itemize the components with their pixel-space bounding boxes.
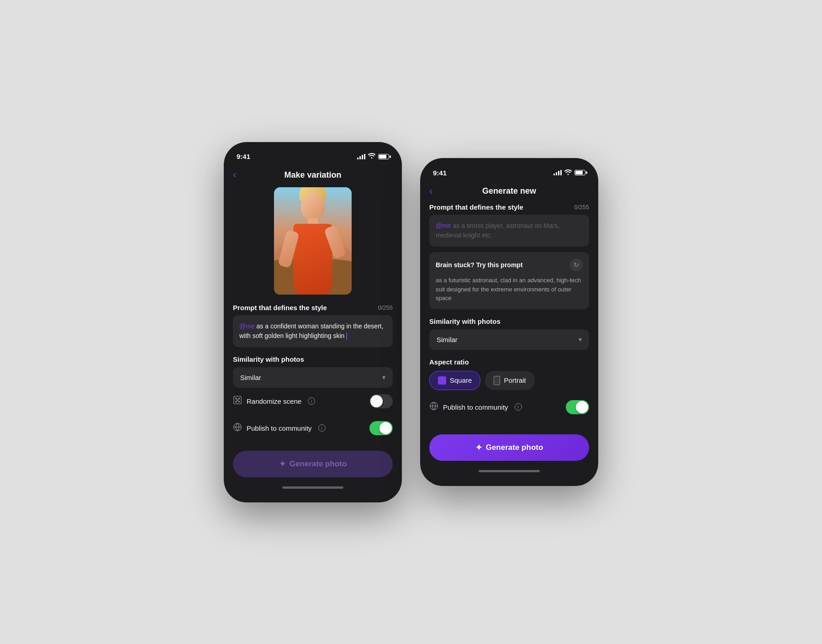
generate-label-1: Generate photo [290, 459, 347, 469]
portrait-icon [494, 376, 500, 385]
similarity-value-2: Similar [437, 336, 458, 343]
status-bar-2: 9:41 [420, 158, 598, 181]
generate-button-1[interactable]: ✦ Generate photo [233, 451, 393, 477]
cursor-1 [346, 333, 347, 340]
status-time-1: 9:41 [237, 153, 250, 160]
generate-label-2: Generate photo [486, 443, 543, 452]
status-bar-1: 9:41 [224, 142, 402, 165]
svg-point-1 [235, 398, 237, 399]
home-indicator-2 [479, 470, 540, 472]
aspect-ratio-section: Aspect ratio Square Portrait [429, 358, 589, 390]
char-count-2: 0/255 [574, 204, 589, 211]
publish-toggle-2[interactable] [566, 400, 589, 414]
wand-icon-1: ✦ [279, 459, 286, 469]
back-button-1[interactable]: ‹ [233, 169, 236, 181]
nav-bar-1: ‹ Make variation [233, 165, 393, 187]
aspect-portrait-button[interactable]: Portrait [485, 371, 534, 390]
phone-2-content: ‹ Generate new Prompt that defines the s… [420, 181, 598, 461]
signal-icon-1 [357, 154, 365, 159]
prompt-label-2: Prompt that defines the style [429, 203, 523, 211]
prompt-label-section-1: Prompt that defines the style 0/255 [233, 304, 393, 311]
similarity-section-2: Similarity with photos Similar ▾ [429, 317, 589, 350]
page-title-1: Make variation [284, 170, 341, 180]
randomize-row: Randomize scene i [233, 388, 393, 415]
brain-stuck-card: Brain stuck? Try this prompt ↻ as a futu… [429, 252, 589, 309]
randomize-left: Randomize scene i [233, 396, 315, 407]
nav-bar-2: ‹ Generate new [429, 181, 589, 203]
aspect-portrait-label: Portrait [504, 376, 526, 384]
publish-label-2: Publish to community [443, 403, 508, 411]
svg-point-2 [238, 398, 240, 399]
svg-point-4 [238, 401, 240, 402]
publish-left-2: Publish to community i [429, 401, 522, 413]
publish-label-1: Publish to community [247, 424, 312, 432]
brain-stuck-title: Brain stuck? Try this prompt [436, 261, 523, 269]
randomize-toggle[interactable] [369, 394, 393, 408]
battery-icon-1 [378, 154, 389, 159]
prompt-text-1: as a confident woman standing in the des… [239, 322, 383, 339]
publish-toggle-1[interactable] [369, 421, 393, 435]
aspect-square-label: Square [450, 376, 472, 384]
similarity-value-1: Similar [240, 374, 261, 381]
svg-point-3 [235, 401, 237, 402]
page-title-2: Generate new [482, 186, 536, 196]
chevron-down-icon-2: ▾ [579, 336, 582, 343]
phone-1-content: ‹ Make variation Prompt that defines the… [224, 165, 402, 477]
wifi-icon-2 [564, 169, 572, 176]
wifi-icon-1 [368, 153, 375, 160]
randomize-icon [233, 396, 242, 407]
similarity-dropdown-1[interactable]: Similar ▾ [233, 367, 393, 388]
publish-row-1: Publish to community i [233, 415, 393, 442]
wand-icon-2: ✦ [475, 443, 482, 453]
status-icons-2 [553, 169, 585, 176]
aspect-square-button[interactable]: Square [429, 371, 480, 390]
brain-stuck-header: Brain stuck? Try this prompt ↻ [436, 259, 583, 271]
randomize-label: Randomize scene [247, 397, 301, 405]
prompt-label-1: Prompt that defines the style [233, 304, 327, 311]
publish-row-2: Publish to community i [429, 394, 589, 421]
prompt-textarea-2[interactable]: @me as a tennis player, astronaut on Mar… [429, 215, 589, 247]
publish-icon-1 [233, 422, 242, 434]
status-icons-1 [357, 153, 389, 160]
me-highlight-2: @me [436, 222, 451, 229]
similarity-label-1: Similarity with photos [233, 355, 304, 363]
publish-info-icon-1[interactable]: i [318, 424, 326, 432]
similarity-label-2: Similarity with photos [429, 317, 501, 325]
hero-image [274, 187, 352, 295]
publish-icon-2 [429, 401, 438, 413]
brain-stuck-text: as a futuristic astronaut, clad in an ad… [436, 276, 583, 303]
aspect-label: Aspect ratio [429, 358, 469, 366]
battery-icon-2 [574, 170, 585, 175]
generate-button-2[interactable]: ✦ Generate photo [429, 434, 589, 461]
me-tag-1: @me [239, 322, 255, 330]
randomize-info-icon[interactable]: i [308, 397, 315, 405]
aspect-buttons: Square Portrait [429, 371, 589, 390]
chevron-down-icon-1: ▾ [382, 374, 385, 381]
char-count-1: 0/255 [378, 304, 393, 311]
signal-icon-2 [553, 170, 562, 175]
svg-point-5 [237, 399, 238, 401]
phone-1: 9:41 ‹ Make variation [224, 142, 402, 502]
publish-left-1: Publish to community i [233, 422, 326, 434]
prompt-placeholder-2: as a tennis player, astronaut on Mars, m… [436, 222, 559, 239]
status-time-2: 9:41 [433, 169, 447, 177]
phone-2: 9:41 ‹ Generate new Prompt that d [420, 158, 598, 486]
refresh-icon[interactable]: ↻ [570, 259, 583, 271]
prompt-textarea-1[interactable]: @me as a confident woman standing in the… [233, 315, 393, 347]
back-button-2[interactable]: ‹ [429, 185, 432, 197]
square-icon [438, 376, 446, 385]
prompt-label-section-2: Prompt that defines the style 0/255 [429, 203, 589, 211]
person-head [301, 193, 325, 220]
publish-info-icon-2[interactable]: i [515, 403, 522, 411]
similarity-dropdown-2[interactable]: Similar ▾ [429, 329, 589, 350]
home-indicator-1 [282, 486, 343, 489]
similarity-section-1: Similarity with photos Similar ▾ [233, 355, 393, 388]
